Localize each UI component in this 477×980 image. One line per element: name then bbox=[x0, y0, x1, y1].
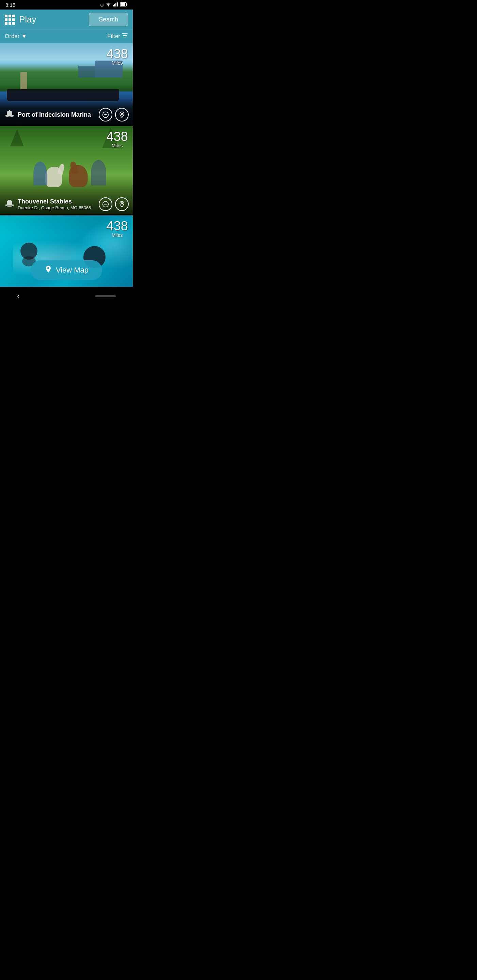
svg-rect-12 bbox=[9, 110, 10, 115]
card-2-venue-name: Thouvenel Stables bbox=[18, 198, 96, 205]
card-1-remove-button[interactable] bbox=[99, 108, 112, 121]
card-2-remove-button[interactable] bbox=[99, 197, 112, 211]
svg-point-20 bbox=[121, 202, 123, 204]
card-2-footer: Thouvenel Stables Duenke Dr, Osage Beach… bbox=[0, 194, 133, 215]
building-2 bbox=[78, 66, 95, 78]
card-1[interactable]: 438 Miles Port of Indecision Marina bbox=[0, 43, 133, 125]
svg-rect-16 bbox=[5, 205, 14, 205]
wifi-icon bbox=[105, 2, 111, 8]
card-2-venue-address: Duenke Dr, Osage Beach, MO 65065 bbox=[18, 205, 96, 210]
svg-rect-11 bbox=[5, 115, 14, 116]
filter-bar: Order ▼ Filter bbox=[0, 30, 133, 43]
battery-icon bbox=[120, 2, 127, 8]
do-not-disturb-icon: ⊖ bbox=[100, 2, 104, 8]
svg-point-0 bbox=[108, 6, 108, 6]
order-button[interactable]: Order ▼ bbox=[5, 33, 27, 40]
card-2-distance: 438 Miles bbox=[107, 130, 128, 148]
view-map-button[interactable]: View Map bbox=[30, 260, 102, 280]
grid-menu-icon[interactable] bbox=[5, 14, 15, 25]
boat-mast bbox=[21, 72, 27, 89]
card-1-actions bbox=[99, 108, 129, 121]
view-map-container: View Map bbox=[30, 260, 102, 280]
chevron-down-icon: ▼ bbox=[21, 33, 27, 40]
svg-point-15 bbox=[121, 113, 123, 115]
svg-rect-6 bbox=[121, 3, 125, 6]
marina-icon bbox=[4, 108, 15, 121]
search-button[interactable]: Search bbox=[89, 13, 128, 26]
card-2-venue-info: Thouvenel Stables Duenke Dr, Osage Beach… bbox=[18, 198, 96, 210]
back-button[interactable]: ‹ bbox=[17, 292, 19, 301]
status-time: 8:15 bbox=[5, 2, 15, 8]
card-3[interactable]: 438 Miles View Map bbox=[0, 215, 133, 287]
svg-rect-4 bbox=[117, 2, 118, 6]
svg-rect-3 bbox=[115, 3, 116, 6]
map-pin-icon bbox=[44, 265, 53, 275]
card-3-distance: 438 Miles bbox=[107, 220, 128, 238]
card-1-venue-name: Port of Indecision Marina bbox=[18, 111, 96, 118]
svg-rect-1 bbox=[113, 5, 114, 6]
card-2-actions bbox=[99, 197, 129, 211]
svg-point-21 bbox=[47, 267, 49, 269]
bottom-nav: ‹ bbox=[0, 288, 133, 304]
svg-rect-7 bbox=[126, 3, 127, 5]
card-2[interactable]: 438 Miles Thouvenel Stables Duenke Dr, O… bbox=[0, 126, 133, 215]
svg-rect-17 bbox=[9, 200, 10, 205]
card-1-venue-info: Port of Indecision Marina bbox=[18, 111, 96, 118]
card-1-distance: 438 Miles bbox=[107, 47, 128, 66]
filter-button[interactable]: Filter bbox=[107, 33, 128, 40]
card-1-footer: Port of Indecision Marina bbox=[0, 105, 133, 125]
signal-icon bbox=[113, 2, 118, 8]
home-indicator[interactable] bbox=[95, 295, 116, 297]
card-1-location-button[interactable] bbox=[115, 108, 129, 121]
svg-rect-2 bbox=[114, 4, 115, 6]
stables-icon bbox=[4, 198, 15, 211]
filter-icon bbox=[122, 33, 128, 40]
card-2-location-button[interactable] bbox=[115, 197, 129, 211]
cards-container: 438 Miles Port of Indecision Marina bbox=[0, 43, 133, 287]
status-icons: ⊖ bbox=[100, 2, 127, 8]
status-bar: 8:15 ⊖ bbox=[0, 0, 133, 10]
app-header: Play Search bbox=[0, 10, 133, 30]
header-left: Play bbox=[5, 14, 37, 25]
app-title: Play bbox=[19, 14, 37, 25]
